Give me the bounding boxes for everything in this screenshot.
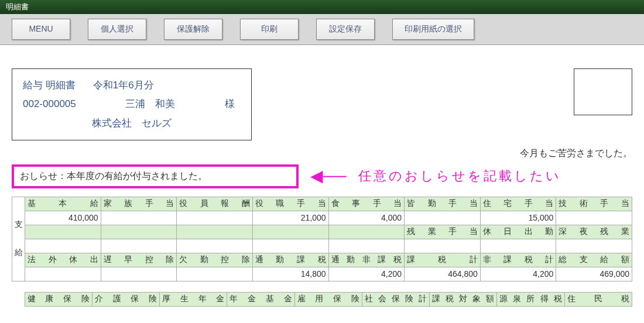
pay-cell[interactable]: 14,800 <box>252 267 328 281</box>
pay-h: 非課税計 <box>480 253 556 267</box>
titlebar: 明細書 <box>0 0 644 14</box>
title: 明細書 <box>6 2 29 12</box>
ded-h: 源泉所得税 <box>497 292 564 306</box>
ded-h: 年金基金 <box>227 292 294 306</box>
annotation-text: 任意のおしらせを記載したい <box>358 167 561 185</box>
footer-msg: 今月もご苦労さまでした。 <box>12 147 632 160</box>
pay-cell[interactable] <box>328 239 405 253</box>
pay-h: 深夜残業 <box>556 225 632 239</box>
pay-h: 食事手当 <box>328 197 405 211</box>
notice-box[interactable]: おしらせ：本年度の有給が付与されました。 <box>12 164 299 188</box>
print-button[interactable]: 印刷 <box>240 19 299 40</box>
pay-cell[interactable] <box>101 211 177 225</box>
pay-cell[interactable] <box>405 239 481 253</box>
pay-h: 総支給額 <box>556 253 632 267</box>
pay-cell[interactable] <box>252 239 328 253</box>
pay-h: 通勤課税 <box>252 253 328 267</box>
pay-h: 欠勤控除 <box>177 253 253 267</box>
menu-button[interactable]: MENU <box>12 19 70 40</box>
pay-cell[interactable]: 15,000 <box>480 211 556 225</box>
pay-h: 休日出勤 <box>480 225 556 239</box>
pay-cell[interactable] <box>177 239 253 253</box>
period: 令和1年6月分 <box>93 76 154 95</box>
pay-cell[interactable] <box>556 211 632 225</box>
pay-cell[interactable] <box>101 239 177 253</box>
pay-h: 住宅手当 <box>480 197 556 211</box>
pay-cell[interactable]: 4,200 <box>480 267 556 281</box>
pay-cell[interactable] <box>101 267 177 281</box>
pay-h <box>25 225 101 239</box>
ded-h: 介護保険 <box>92 292 159 306</box>
pay-h <box>252 225 328 239</box>
pay-table: 支 給 基本給 家族手当 役員報酬 役職手当 食事手当 皆勤手当 住宅手当 技術… <box>12 197 632 281</box>
pay-cell[interactable]: 4,200 <box>328 267 405 281</box>
emp-code: 002-000005 <box>23 95 76 114</box>
pay-cell[interactable]: 469,000 <box>556 267 632 281</box>
pay-h: 残業手当 <box>405 225 481 239</box>
select-person-button[interactable]: 個人選択 <box>88 19 146 40</box>
pay-h: 法外休出 <box>25 253 101 267</box>
deduct-table: 健康保険 介護保険 厚生年金 年金基金 雇用保険 社会保険計 課税対象額 源泉所… <box>12 292 632 307</box>
unprotect-button[interactable]: 保護解除 <box>164 19 222 40</box>
pay-h: 基本給 <box>25 197 101 211</box>
header-box: 給与 明細書 令和1年6月分 002-000005 三浦 和美 様 株式会社 セ… <box>12 68 252 140</box>
pay-h: 皆勤手当 <box>405 197 481 211</box>
pay-h <box>328 225 405 239</box>
pay-h: 家族手当 <box>101 197 177 211</box>
save-settings-button[interactable]: 設定保存 <box>316 19 375 40</box>
company: 株式会社 セルズ <box>92 114 172 133</box>
ded-h: 課税対象額 <box>430 292 497 306</box>
pay-h <box>177 225 253 239</box>
stamp-box <box>574 68 632 115</box>
ded-h: 社会保険計 <box>362 292 429 306</box>
pay-cell[interactable]: 410,000 <box>25 211 101 225</box>
doc-title: 給与 明細書 <box>23 76 76 95</box>
pay-h: 役員報酬 <box>177 197 253 211</box>
pay-h <box>101 225 177 239</box>
pay-h: 技術手当 <box>556 197 632 211</box>
emp-name: 三浦 和美 <box>125 95 175 114</box>
pay-cell[interactable] <box>177 211 253 225</box>
ded-h: 厚生年金 <box>160 292 227 306</box>
pay-cell[interactable] <box>480 239 556 253</box>
pay-cell[interactable] <box>177 267 253 281</box>
pay-cell[interactable] <box>25 267 101 281</box>
pay-cell[interactable]: 4,000 <box>328 211 405 225</box>
pay-h: 課税計 <box>405 253 481 267</box>
pay-cell[interactable] <box>405 211 481 225</box>
arrow-icon: ◀── <box>310 168 347 184</box>
ded-h: 住民税 <box>564 292 632 306</box>
toolbar: MENU 個人選択 保護解除 印刷 設定保存 印刷用紙の選択 <box>0 14 644 45</box>
pay-h: 遅早控除 <box>101 253 177 267</box>
pay-cell[interactable] <box>556 239 632 253</box>
pay-h: 役職手当 <box>252 197 328 211</box>
honorific: 様 <box>225 95 235 114</box>
pay-cell[interactable]: 21,000 <box>252 211 328 225</box>
pay-h: 通勤非課税 <box>328 253 405 267</box>
pay-cell[interactable] <box>25 239 101 253</box>
pay-cell[interactable]: 464,800 <box>405 267 481 281</box>
select-paper-button[interactable]: 印刷用紙の選択 <box>392 19 474 40</box>
ded-h: 健康保険 <box>25 292 92 306</box>
pay-side-label: 支 給 <box>12 197 25 281</box>
ded-h: 雇用保険 <box>294 292 362 306</box>
